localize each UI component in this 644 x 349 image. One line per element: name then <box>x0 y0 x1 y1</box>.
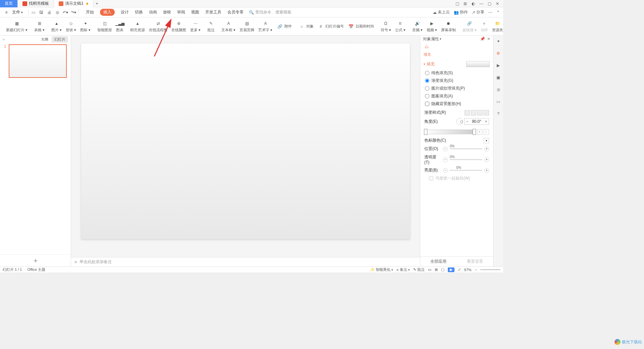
ribbon-表格[interactable]: ⊞表格 ▾ <box>32 18 47 35</box>
ribbon-图标[interactable]: ✦图标 ▾ <box>78 18 93 35</box>
rail-properties-icon[interactable]: ⚙ <box>495 50 501 56</box>
fit-icon[interactable]: ⤢ <box>458 267 461 272</box>
stopcolor-swatch[interactable]: ▾ <box>484 138 489 143</box>
tab-transition[interactable]: 切换 <box>135 9 143 15</box>
play-button[interactable]: ▶ <box>448 267 454 272</box>
grad-style-3[interactable] <box>477 110 483 115</box>
view-normal-icon[interactable]: ▭ <box>428 267 431 272</box>
fill-gradient-radio[interactable]: 渐变填充(G) <box>420 77 493 85</box>
file-menu[interactable]: 文件▾ <box>12 9 23 15</box>
collab-button[interactable]: 👥协作 <box>454 9 468 15</box>
fill-tab[interactable]: 填充 <box>424 52 490 57</box>
print-icon[interactable]: 🖨 <box>47 10 52 15</box>
layout2-icon[interactable]: ⊞ <box>463 1 468 6</box>
pin-icon[interactable]: 📌 <box>480 37 485 41</box>
ribbon-日期和时间[interactable]: 📅日期和时间 <box>346 18 376 35</box>
ribbon-图表[interactable]: ▁▃▅图表 <box>114 18 125 35</box>
more-icon[interactable]: ⋯ <box>488 10 492 15</box>
rail-book-icon[interactable]: ▭ <box>495 99 501 105</box>
ribbon-艺术字[interactable]: A艺术字 ▾ <box>256 18 274 35</box>
ribbon-符号[interactable]: Ω符号 ▾ <box>379 18 393 35</box>
slides-tab[interactable]: 幻灯片 <box>52 36 68 43</box>
hide-bg-checkbox[interactable]: 隐藏背景图形(H) <box>420 100 493 108</box>
minimize-icon[interactable]: — <box>479 1 484 6</box>
tab-animation[interactable]: 动画 <box>149 9 157 15</box>
rail-sparkle-icon[interactable]: ✦ <box>495 38 501 44</box>
fill-preview[interactable] <box>466 61 490 67</box>
ribbon-公式[interactable]: π公式 ▾ <box>393 18 408 35</box>
position-slider[interactable]: 位置(O) − 0% + <box>424 145 489 153</box>
close-panel-icon[interactable]: ✕ <box>487 37 490 41</box>
grad-style-2[interactable] <box>471 110 476 115</box>
angle-spinner[interactable]: −90.0°+ <box>464 118 489 125</box>
tab-templates[interactable]: 找稻壳模板 <box>18 0 54 7</box>
view-reading-icon[interactable]: ▢ <box>441 267 444 272</box>
gradient-stop-2[interactable] <box>473 129 476 135</box>
transparency-slider[interactable]: 透明度(T) − 0% + <box>424 153 489 166</box>
ribbon-幻灯片编号[interactable]: #幻灯片编号 <box>316 18 346 35</box>
view-sorter-icon[interactable]: ⊞ <box>435 267 438 272</box>
redo-icon[interactable]: ↷▾ <box>71 10 76 15</box>
rail-location-icon[interactable]: ◎ <box>495 87 501 93</box>
chevron-up-icon[interactable]: ⌃ <box>496 10 500 15</box>
hamburger-icon[interactable]: ≡ <box>3 9 9 15</box>
ribbon-视频[interactable]: ▶视频 ▾ <box>425 18 439 35</box>
open-icon[interactable]: ▭ <box>31 10 36 15</box>
ribbon-图片[interactable]: ▲图片 ▾ <box>49 18 64 35</box>
ribbon-在线脑图[interactable]: ⊛在线脑图 <box>169 18 188 35</box>
ribbon-在线流程图[interactable]: ⇄在线流程图 <box>147 18 169 35</box>
tab-devtools[interactable]: 开发工具 <box>205 9 221 15</box>
fill-picture-radio[interactable]: 图片或纹理填充(P) <box>420 85 493 92</box>
zoom-slider[interactable] <box>480 269 500 270</box>
notes-toggle[interactable]: ≡备注▾ <box>396 267 410 272</box>
comments-toggle[interactable]: ✎批注 <box>413 267 425 272</box>
tab-start[interactable]: 开始 <box>86 9 94 15</box>
ribbon-资源夹[interactable]: 📁资源夹 <box>490 18 503 35</box>
close-icon[interactable]: ✕ <box>495 1 500 6</box>
slide-canvas[interactable] <box>81 44 410 239</box>
apply-all-button[interactable]: 全部应用 <box>420 257 457 266</box>
ribbon-稻壳资源[interactable]: ▲稻壳资源 <box>128 18 147 35</box>
notes-bar[interactable]: ≡ 单击此处添加备注 <box>71 257 420 266</box>
ribbon-新建幻灯片[interactable]: ▦新建幻灯片 ▾ <box>4 18 30 35</box>
layout1-icon[interactable]: ▢ <box>455 1 460 6</box>
grad-style-4[interactable] <box>484 110 489 115</box>
ribbon-智能图形[interactable]: ◫智能图形 <box>95 18 114 35</box>
gradient-bar[interactable] <box>424 130 476 134</box>
ribbon-批注[interactable]: ✎批注 <box>205 18 217 35</box>
fill-solid-radio[interactable]: 纯色填充(S) <box>420 69 493 77</box>
ribbon-页眉页脚[interactable]: ▤页眉页脚 <box>237 18 256 35</box>
maximize-icon[interactable]: ▢ <box>487 1 492 6</box>
fill-pattern-radio[interactable]: 图案填充(A) <box>420 92 493 100</box>
fill-section-header[interactable]: ▾填充 <box>420 59 493 69</box>
avatar-icon[interactable]: ◐ <box>471 1 476 6</box>
tab-insert[interactable]: 插入 <box>100 9 115 16</box>
cloud-status[interactable]: ☁未上云 <box>433 9 450 15</box>
save-icon[interactable]: 🖫 <box>39 10 44 15</box>
brightness-slider[interactable]: 亮度(B) − 0% + <box>424 166 489 174</box>
angle-dial[interactable] <box>456 118 463 125</box>
ribbon-音频[interactable]: 🔊音频 ▾ <box>410 18 425 35</box>
tab-document[interactable]: 演示文稿1 <box>54 0 93 7</box>
grad-style-1[interactable] <box>465 110 470 115</box>
undo-icon[interactable]: ↶▾ <box>63 10 68 15</box>
zoom-value[interactable]: 97% <box>464 268 472 272</box>
outline-tab[interactable]: 大纲 <box>38 36 51 43</box>
tab-slideshow[interactable]: 放映 <box>163 9 171 15</box>
share-button[interactable]: ↗分享 <box>472 9 484 15</box>
ribbon-附件[interactable]: 🔗附件 <box>275 18 294 35</box>
search-input[interactable]: 🔍 查找命令、搜索模板 <box>249 9 291 15</box>
rail-help-icon[interactable]: ? <box>495 111 501 117</box>
tab-view[interactable]: 视图 <box>191 9 199 15</box>
tab-member[interactable]: 会员专享 <box>227 9 244 15</box>
collapse-icon[interactable]: ‹‹ <box>3 38 5 41</box>
remove-stop-icon[interactable]: − <box>484 129 489 135</box>
tab-home[interactable]: 首页 <box>0 0 18 7</box>
tab-review[interactable]: 审阅 <box>177 9 185 15</box>
ribbon-对象[interactable]: ○对象 <box>297 18 316 35</box>
rail-image-icon[interactable]: ▣ <box>495 74 501 81</box>
rail-animation-icon[interactable]: ▶ <box>495 62 501 68</box>
add-stop-icon[interactable]: + <box>477 129 482 135</box>
add-slide-button[interactable]: ＋ <box>0 254 71 266</box>
beautify-button[interactable]: ✨智能美化▾ <box>370 267 393 272</box>
